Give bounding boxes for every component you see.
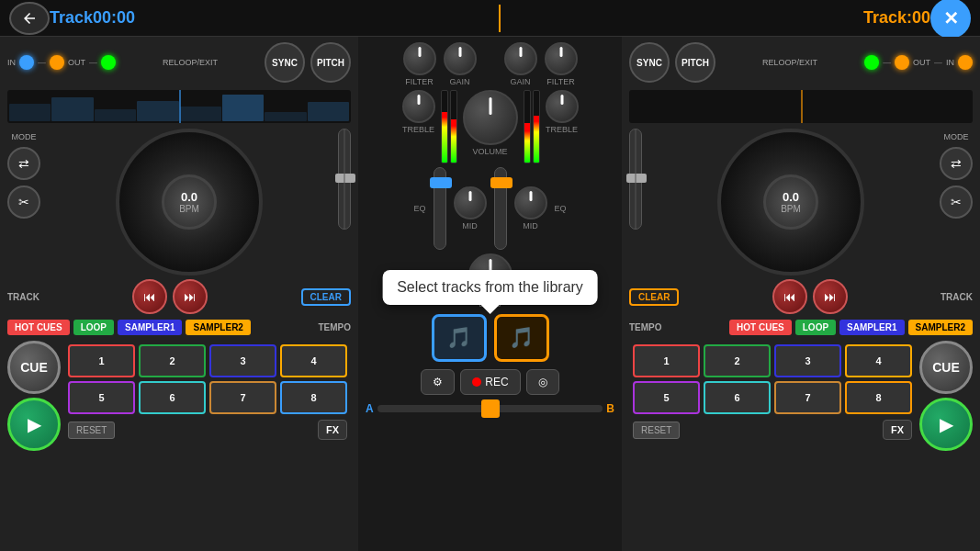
library-button-left[interactable]: 🎵 bbox=[432, 314, 487, 362]
pitch-button-right[interactable]: PITCH bbox=[675, 42, 715, 83]
filter-right-knob[interactable] bbox=[545, 42, 578, 75]
sampler1-tab-right[interactable]: SAMPLER1 bbox=[839, 320, 904, 335]
prev-track-button-left[interactable]: ⏮ bbox=[132, 279, 167, 314]
pad-5-right[interactable]: 5 bbox=[633, 381, 700, 414]
pitch-fader-left[interactable] bbox=[338, 129, 351, 230]
turntable-center-left: 0.0 BPM bbox=[162, 174, 217, 230]
crossfader-row: A B bbox=[358, 399, 622, 419]
pad-3-right[interactable]: 3 bbox=[774, 344, 841, 377]
pitch-button-left[interactable]: PITCH bbox=[310, 42, 351, 83]
pad-7-left[interactable]: 7 bbox=[209, 381, 276, 414]
lib-left-icon: 🎵 bbox=[446, 326, 471, 350]
track-right-label: Track bbox=[863, 8, 907, 28]
bpm-value-left: 0.0 bbox=[181, 190, 197, 204]
pad-1-right[interactable]: 1 bbox=[633, 344, 700, 377]
turntable-left[interactable]: 0.0 BPM bbox=[116, 129, 263, 276]
crossfader-a-label: A bbox=[366, 402, 374, 415]
pitch-fader-thumb-left bbox=[335, 174, 355, 183]
reloop-led-left bbox=[101, 55, 116, 70]
in-led-right bbox=[958, 55, 973, 70]
filter-left-knob[interactable] bbox=[403, 42, 436, 75]
fx-button-right[interactable]: FX bbox=[883, 420, 912, 440]
mixer-center: FILTER GAIN GAIN FILTER TREBLE bbox=[358, 37, 622, 551]
play-button-right[interactable]: ▶ bbox=[919, 398, 973, 451]
mid-left-knob[interactable] bbox=[454, 186, 487, 219]
channel-fader-thumb-left bbox=[430, 177, 452, 188]
hot-cues-tab-right[interactable]: HOT CUES bbox=[729, 320, 792, 335]
rec-button[interactable]: REC bbox=[460, 369, 520, 395]
pad-1-left[interactable]: 1 bbox=[68, 344, 135, 377]
loop-tab-left[interactable]: LOOP bbox=[73, 320, 114, 335]
turntable-right[interactable]: 0.0 BPM bbox=[717, 129, 864, 276]
mix-button[interactable]: ⚙ bbox=[421, 369, 455, 395]
bottom-left: CUE ▶ 1 2 3 4 5 6 7 8 RESET FX bbox=[0, 337, 358, 455]
gain-left-knob[interactable] bbox=[444, 42, 477, 75]
library-button-right[interactable]: 🎵 bbox=[494, 314, 549, 362]
cue-button-right[interactable]: CUE bbox=[919, 341, 973, 394]
sync-button-left[interactable]: SYNC bbox=[265, 42, 305, 83]
mode-icon1-right[interactable]: ⇄ bbox=[940, 147, 973, 180]
mode-icon2-left[interactable]: ✂ bbox=[7, 186, 40, 219]
pad-8-right[interactable]: 8 bbox=[845, 381, 912, 414]
in-label-right: IN bbox=[946, 58, 954, 67]
volume-knob[interactable] bbox=[463, 90, 518, 145]
treble-right-knob[interactable] bbox=[546, 90, 579, 123]
hot-cues-tab-left[interactable]: HOT CUES bbox=[7, 320, 70, 335]
pad-5-left[interactable]: 5 bbox=[68, 381, 135, 414]
close-icon: ✕ bbox=[943, 7, 959, 29]
crossfader[interactable] bbox=[377, 405, 603, 412]
mode-tabs-left: HOT CUES LOOP SAMPLER1 SAMPLER2 TEMPO bbox=[0, 318, 358, 337]
mode-icon1-left[interactable]: ⇄ bbox=[7, 147, 40, 180]
close-button[interactable]: ✕ bbox=[930, 0, 971, 39]
mode-label-right: MODE bbox=[944, 132, 969, 141]
pad-4-left[interactable]: 4 bbox=[280, 344, 347, 377]
fx-button-left[interactable]: FX bbox=[318, 420, 347, 440]
channel-fader-left[interactable] bbox=[434, 167, 446, 250]
loop-tab-right[interactable]: LOOP bbox=[795, 320, 836, 335]
pad-7-right[interactable]: 7 bbox=[774, 381, 841, 414]
sampler2-tab-left[interactable]: SAMPLER2 bbox=[186, 320, 250, 335]
track-label-right: TRACK bbox=[941, 292, 973, 302]
gain-right-knob[interactable] bbox=[504, 42, 537, 75]
library-row: 🎵 🎵 Select tracks from the library bbox=[358, 310, 622, 365]
pad-2-right[interactable]: 2 bbox=[704, 344, 771, 377]
sampler2-tab-right[interactable]: SAMPLER2 bbox=[908, 320, 973, 335]
next-track-button-left[interactable]: ⏭ bbox=[173, 279, 208, 314]
time-right: :00 bbox=[907, 8, 930, 28]
deck-right-controls-row: SYNC PITCH RELOOP/EXIT – OUT – IN bbox=[622, 37, 980, 88]
bpm-unit-left: BPM bbox=[179, 204, 199, 214]
pad-3-left[interactable]: 3 bbox=[209, 344, 276, 377]
pad-4-right[interactable]: 4 bbox=[845, 344, 912, 377]
prev-track-button-right[interactable]: ⏮ bbox=[772, 279, 807, 314]
clear-button-left[interactable]: CLEAR bbox=[301, 288, 351, 306]
pad-2-left[interactable]: 2 bbox=[139, 344, 206, 377]
back-button[interactable] bbox=[9, 2, 50, 35]
pad-8-left[interactable]: 8 bbox=[280, 381, 347, 414]
clear-button-right[interactable]: CLEAR bbox=[629, 288, 679, 306]
channel-fader-right[interactable] bbox=[494, 167, 507, 250]
treble-left-label: TREBLE bbox=[402, 125, 434, 134]
in-led-left bbox=[19, 55, 34, 70]
pad-6-right[interactable]: 6 bbox=[704, 381, 771, 414]
channel-fader-thumb-right bbox=[490, 177, 513, 188]
play-button-left[interactable]: ▶ bbox=[7, 398, 61, 451]
waveform-left bbox=[7, 90, 351, 123]
reloop-label-left: RELOOP/EXIT bbox=[163, 58, 218, 67]
cue-button-left[interactable]: CUE bbox=[7, 341, 61, 394]
treble-left-knob[interactable] bbox=[402, 90, 435, 123]
turntable-center-right: 0.0 BPM bbox=[763, 174, 818, 230]
target-button[interactable]: ◎ bbox=[526, 369, 559, 395]
out-led-right bbox=[895, 55, 909, 70]
vu-meters-right bbox=[524, 90, 540, 163]
sync-button-right[interactable]: SYNC bbox=[629, 42, 670, 83]
sampler1-tab-left[interactable]: SAMPLER1 bbox=[118, 320, 182, 335]
mode-icon2-right[interactable]: ✂ bbox=[940, 186, 973, 219]
in-label-left: IN bbox=[7, 58, 16, 67]
reset-button-left[interactable]: RESET bbox=[68, 422, 115, 439]
pitch-fader-right[interactable] bbox=[629, 129, 642, 230]
pad-6-left[interactable]: 6 bbox=[139, 381, 206, 414]
volume-label: VOLUME bbox=[472, 147, 507, 156]
next-track-button-right[interactable]: ⏭ bbox=[813, 279, 848, 314]
mid-right-knob[interactable] bbox=[514, 186, 547, 219]
reset-button-right[interactable]: RESET bbox=[633, 422, 680, 439]
